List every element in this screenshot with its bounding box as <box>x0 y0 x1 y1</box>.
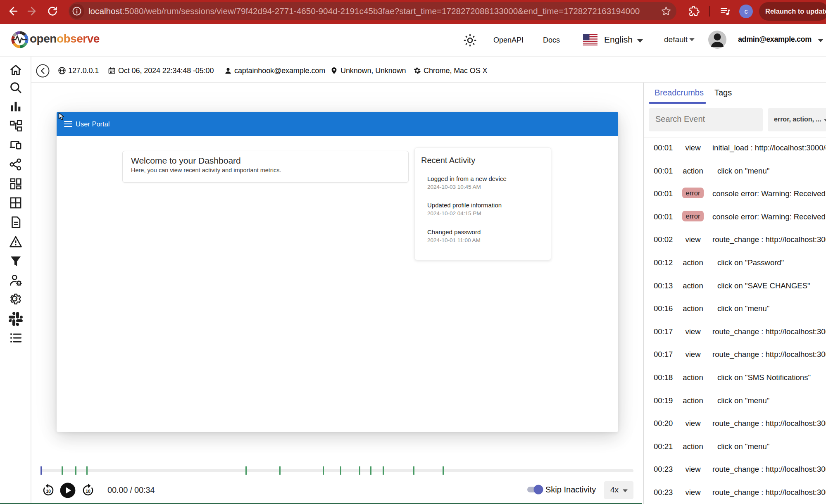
svg-text:10: 10 <box>46 489 51 494</box>
svg-text:10: 10 <box>86 489 90 494</box>
svg-text:?: ? <box>14 297 17 302</box>
